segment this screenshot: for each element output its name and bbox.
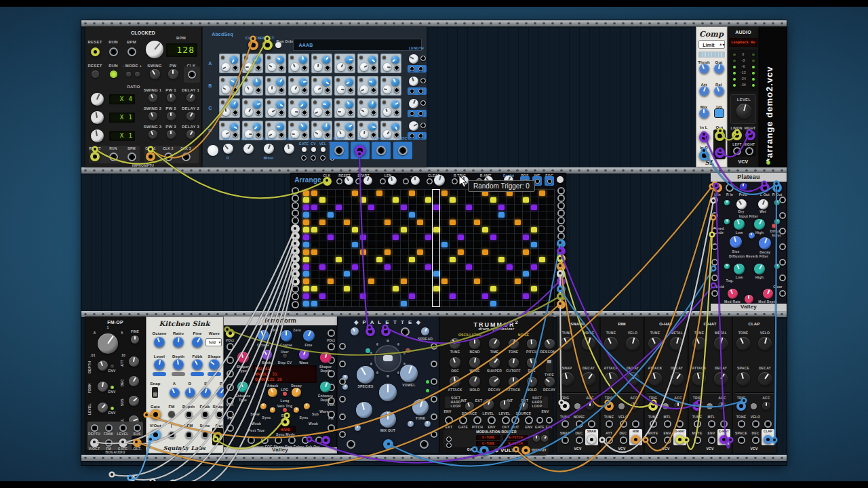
- step-port[interactable]: [233, 132, 238, 138]
- grid-note[interactable]: [401, 279, 407, 284]
- grid-note[interactable]: [401, 301, 407, 306]
- len-port-b[interactable]: [418, 111, 423, 116]
- knob[interactable]: [167, 112, 176, 121]
- port[interactable]: [105, 424, 113, 432]
- knob[interactable]: [509, 339, 519, 349]
- grid-note[interactable]: [360, 249, 366, 255]
- plateau-in-port[interactable]: [711, 228, 718, 235]
- trig-button[interactable]: [574, 403, 580, 409]
- length-port[interactable]: [420, 56, 426, 61]
- grid-note[interactable]: [393, 286, 399, 291]
- grid-note[interactable]: [311, 249, 317, 255]
- random-vel-button[interactable]: [321, 147, 326, 152]
- step-C1[interactable]: [219, 98, 240, 118]
- gate-in-port[interactable]: [479, 446, 489, 455]
- noise-knob[interactable]: [582, 337, 595, 350]
- grid-note[interactable]: [319, 293, 326, 299]
- fm-port[interactable]: [105, 439, 113, 447]
- arrange-in-port[interactable]: [292, 209, 299, 217]
- lpg-button[interactable]: [283, 392, 287, 396]
- step-knob[interactable]: [291, 85, 299, 94]
- if-low-knob[interactable]: [734, 219, 745, 230]
- grid-note[interactable]: [311, 227, 317, 232]
- grid-note[interactable]: [393, 197, 399, 203]
- enhance-type-knob[interactable]: [237, 382, 248, 392]
- grid-note[interactable]: [360, 197, 366, 203]
- reset-button[interactable]: [92, 70, 99, 78]
- plateau-in-port[interactable]: [711, 274, 718, 281]
- grid-note[interactable]: [441, 190, 448, 196]
- step-cv-knob[interactable]: [368, 78, 376, 86]
- step-knob[interactable]: [291, 108, 299, 116]
- grid-note[interactable]: [376, 257, 382, 262]
- palette-side-port[interactable]: [431, 396, 437, 403]
- track-head[interactable]: [303, 293, 309, 299]
- grid-note[interactable]: [376, 190, 382, 196]
- lmon-port[interactable]: [732, 130, 742, 140]
- port[interactable]: [168, 431, 176, 439]
- noise-level-knob[interactable]: [500, 400, 510, 410]
- grid-note[interactable]: [498, 205, 505, 210]
- right-jack[interactable]: [745, 147, 753, 155]
- port[interactable]: [109, 152, 118, 161]
- grid-note[interactable]: [319, 264, 326, 270]
- ratio-knob[interactable]: [91, 93, 104, 106]
- meter-led-l[interactable]: [733, 78, 736, 81]
- bpm-display[interactable]: 128: [166, 43, 197, 57]
- port[interactable]: [588, 420, 595, 428]
- mix-out-port[interactable]: [383, 439, 393, 449]
- port[interactable]: [226, 370, 234, 378]
- v-oct-port[interactable]: [90, 439, 99, 447]
- step-port[interactable]: [233, 87, 238, 93]
- grid-note[interactable]: [539, 257, 545, 262]
- knob[interactable]: [724, 264, 730, 269]
- step-port[interactable]: [279, 110, 284, 115]
- port[interactable]: [182, 152, 191, 161]
- vendor-robot-icon[interactable]: [208, 145, 218, 156]
- led-ring-dot[interactable]: [376, 343, 379, 346]
- meter-led-l[interactable]: [733, 72, 736, 75]
- grid-note[interactable]: [319, 220, 326, 225]
- random-gate-port[interactable]: [301, 155, 307, 161]
- arrange-in-port[interactable]: [291, 277, 300, 286]
- knob[interactable]: [149, 130, 157, 139]
- user-button[interactable]: [283, 354, 287, 358]
- metal-knob[interactable]: [714, 337, 728, 350]
- step-led[interactable]: [382, 78, 386, 81]
- step-B5[interactable]: [311, 76, 332, 96]
- knob[interactable]: [469, 357, 480, 368]
- tune-knob[interactable]: [648, 337, 662, 350]
- out-port[interactable]: [675, 435, 684, 444]
- step-led[interactable]: [313, 123, 317, 126]
- step-knob[interactable]: [268, 63, 276, 71]
- port[interactable]: [764, 420, 772, 428]
- step-led[interactable]: [244, 56, 248, 59]
- terror-display[interactable]: FM2 42WARBLE 31QUANTIZE 29: [253, 365, 317, 383]
- grid-note[interactable]: [490, 286, 496, 291]
- grid-note[interactable]: [523, 197, 529, 203]
- grid-note[interactable]: [474, 279, 480, 284]
- step-led[interactable]: [313, 78, 317, 81]
- trig-button[interactable]: [618, 403, 625, 409]
- led-b[interactable]: [426, 389, 429, 392]
- port[interactable]: [620, 420, 627, 428]
- step-cv-knob[interactable]: [345, 78, 353, 86]
- clk-in-port[interactable]: [188, 70, 196, 79]
- shaper-depth-knob[interactable]: [320, 352, 332, 363]
- port[interactable]: [445, 416, 453, 424]
- grid-note[interactable]: [311, 286, 317, 291]
- knob[interactable]: [294, 407, 299, 413]
- port[interactable]: [226, 357, 234, 364]
- step-port[interactable]: [302, 132, 307, 138]
- mod-shape-knob[interactable]: [745, 295, 753, 304]
- gate-in-port[interactable]: [401, 327, 410, 336]
- step-cv-knob[interactable]: [276, 123, 284, 131]
- arrange-in-port[interactable]: [292, 217, 299, 224]
- step-knob[interactable]: [337, 108, 345, 116]
- grid-note[interactable]: [450, 197, 456, 203]
- step-cv-knob[interactable]: [391, 78, 399, 86]
- wave-knob[interactable]: [299, 350, 309, 360]
- grid-note[interactable]: [482, 249, 488, 255]
- int-port[interactable]: [535, 179, 540, 184]
- grid-note[interactable]: [328, 212, 334, 218]
